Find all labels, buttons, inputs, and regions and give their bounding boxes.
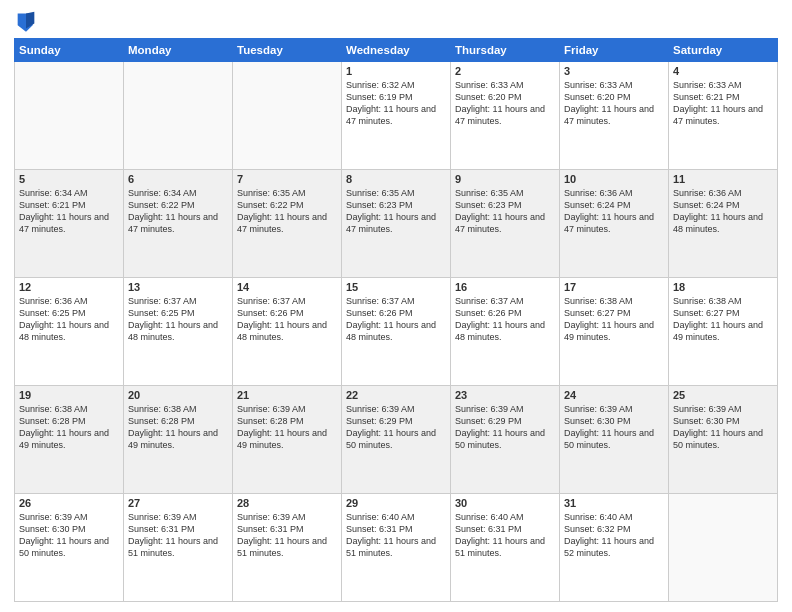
day-number: 28 — [237, 497, 337, 509]
weekday-header-row: SundayMondayTuesdayWednesdayThursdayFrid… — [15, 39, 778, 62]
day-info: Sunrise: 6:35 AMSunset: 6:23 PMDaylight:… — [346, 187, 446, 236]
calendar-cell: 26Sunrise: 6:39 AMSunset: 6:30 PMDayligh… — [15, 494, 124, 602]
day-number: 6 — [128, 173, 228, 185]
day-number: 11 — [673, 173, 773, 185]
day-number: 12 — [19, 281, 119, 293]
weekday-header-thursday: Thursday — [451, 39, 560, 62]
day-info: Sunrise: 6:33 AMSunset: 6:21 PMDaylight:… — [673, 79, 773, 128]
day-info: Sunrise: 6:36 AMSunset: 6:24 PMDaylight:… — [673, 187, 773, 236]
calendar-cell: 13Sunrise: 6:37 AMSunset: 6:25 PMDayligh… — [124, 278, 233, 386]
day-number: 13 — [128, 281, 228, 293]
day-info: Sunrise: 6:37 AMSunset: 6:26 PMDaylight:… — [455, 295, 555, 344]
day-number: 1 — [346, 65, 446, 77]
day-info: Sunrise: 6:35 AMSunset: 6:22 PMDaylight:… — [237, 187, 337, 236]
day-number: 14 — [237, 281, 337, 293]
calendar-cell: 18Sunrise: 6:38 AMSunset: 6:27 PMDayligh… — [669, 278, 778, 386]
day-info: Sunrise: 6:34 AMSunset: 6:22 PMDaylight:… — [128, 187, 228, 236]
calendar-cell: 15Sunrise: 6:37 AMSunset: 6:26 PMDayligh… — [342, 278, 451, 386]
day-info: Sunrise: 6:36 AMSunset: 6:24 PMDaylight:… — [564, 187, 664, 236]
day-info: Sunrise: 6:39 AMSunset: 6:29 PMDaylight:… — [346, 403, 446, 452]
day-number: 10 — [564, 173, 664, 185]
day-info: Sunrise: 6:40 AMSunset: 6:31 PMDaylight:… — [346, 511, 446, 560]
calendar-cell: 8Sunrise: 6:35 AMSunset: 6:23 PMDaylight… — [342, 170, 451, 278]
calendar-cell — [669, 494, 778, 602]
calendar-cell: 30Sunrise: 6:40 AMSunset: 6:31 PMDayligh… — [451, 494, 560, 602]
day-info: Sunrise: 6:37 AMSunset: 6:26 PMDaylight:… — [237, 295, 337, 344]
day-number: 20 — [128, 389, 228, 401]
logo-icon — [16, 10, 36, 32]
calendar-cell: 21Sunrise: 6:39 AMSunset: 6:28 PMDayligh… — [233, 386, 342, 494]
day-number: 2 — [455, 65, 555, 77]
week-row-4: 19Sunrise: 6:38 AMSunset: 6:28 PMDayligh… — [15, 386, 778, 494]
day-number: 18 — [673, 281, 773, 293]
day-number: 30 — [455, 497, 555, 509]
day-number: 21 — [237, 389, 337, 401]
day-number: 24 — [564, 389, 664, 401]
day-info: Sunrise: 6:40 AMSunset: 6:31 PMDaylight:… — [455, 511, 555, 560]
day-number: 25 — [673, 389, 773, 401]
weekday-header-saturday: Saturday — [669, 39, 778, 62]
calendar-cell: 17Sunrise: 6:38 AMSunset: 6:27 PMDayligh… — [560, 278, 669, 386]
day-number: 26 — [19, 497, 119, 509]
calendar-cell: 24Sunrise: 6:39 AMSunset: 6:30 PMDayligh… — [560, 386, 669, 494]
day-number: 31 — [564, 497, 664, 509]
day-number: 9 — [455, 173, 555, 185]
weekday-header-tuesday: Tuesday — [233, 39, 342, 62]
day-info: Sunrise: 6:40 AMSunset: 6:32 PMDaylight:… — [564, 511, 664, 560]
weekday-header-monday: Monday — [124, 39, 233, 62]
day-number: 15 — [346, 281, 446, 293]
calendar-cell: 22Sunrise: 6:39 AMSunset: 6:29 PMDayligh… — [342, 386, 451, 494]
calendar-cell — [15, 62, 124, 170]
day-number: 27 — [128, 497, 228, 509]
day-number: 4 — [673, 65, 773, 77]
logo — [14, 10, 38, 32]
day-number: 3 — [564, 65, 664, 77]
day-number: 22 — [346, 389, 446, 401]
day-number: 16 — [455, 281, 555, 293]
calendar-cell: 16Sunrise: 6:37 AMSunset: 6:26 PMDayligh… — [451, 278, 560, 386]
day-info: Sunrise: 6:33 AMSunset: 6:20 PMDaylight:… — [455, 79, 555, 128]
day-info: Sunrise: 6:33 AMSunset: 6:20 PMDaylight:… — [564, 79, 664, 128]
day-number: 19 — [19, 389, 119, 401]
weekday-header-friday: Friday — [560, 39, 669, 62]
day-info: Sunrise: 6:39 AMSunset: 6:28 PMDaylight:… — [237, 403, 337, 452]
day-info: Sunrise: 6:39 AMSunset: 6:30 PMDaylight:… — [19, 511, 119, 560]
day-info: Sunrise: 6:38 AMSunset: 6:28 PMDaylight:… — [19, 403, 119, 452]
calendar-table: SundayMondayTuesdayWednesdayThursdayFrid… — [14, 38, 778, 602]
calendar-cell: 9Sunrise: 6:35 AMSunset: 6:23 PMDaylight… — [451, 170, 560, 278]
page: SundayMondayTuesdayWednesdayThursdayFrid… — [0, 0, 792, 612]
calendar-cell — [124, 62, 233, 170]
calendar-cell: 12Sunrise: 6:36 AMSunset: 6:25 PMDayligh… — [15, 278, 124, 386]
calendar-cell: 3Sunrise: 6:33 AMSunset: 6:20 PMDaylight… — [560, 62, 669, 170]
day-info: Sunrise: 6:38 AMSunset: 6:27 PMDaylight:… — [564, 295, 664, 344]
day-info: Sunrise: 6:39 AMSunset: 6:31 PMDaylight:… — [237, 511, 337, 560]
day-info: Sunrise: 6:35 AMSunset: 6:23 PMDaylight:… — [455, 187, 555, 236]
calendar-cell: 25Sunrise: 6:39 AMSunset: 6:30 PMDayligh… — [669, 386, 778, 494]
calendar-cell: 10Sunrise: 6:36 AMSunset: 6:24 PMDayligh… — [560, 170, 669, 278]
calendar-cell: 4Sunrise: 6:33 AMSunset: 6:21 PMDaylight… — [669, 62, 778, 170]
calendar-cell: 14Sunrise: 6:37 AMSunset: 6:26 PMDayligh… — [233, 278, 342, 386]
day-info: Sunrise: 6:39 AMSunset: 6:30 PMDaylight:… — [673, 403, 773, 452]
header — [14, 10, 778, 32]
calendar-cell: 23Sunrise: 6:39 AMSunset: 6:29 PMDayligh… — [451, 386, 560, 494]
weekday-header-sunday: Sunday — [15, 39, 124, 62]
week-row-5: 26Sunrise: 6:39 AMSunset: 6:30 PMDayligh… — [15, 494, 778, 602]
calendar-cell: 11Sunrise: 6:36 AMSunset: 6:24 PMDayligh… — [669, 170, 778, 278]
day-number: 8 — [346, 173, 446, 185]
day-info: Sunrise: 6:39 AMSunset: 6:31 PMDaylight:… — [128, 511, 228, 560]
day-number: 23 — [455, 389, 555, 401]
week-row-1: 1Sunrise: 6:32 AMSunset: 6:19 PMDaylight… — [15, 62, 778, 170]
calendar-cell: 6Sunrise: 6:34 AMSunset: 6:22 PMDaylight… — [124, 170, 233, 278]
calendar-cell — [233, 62, 342, 170]
day-info: Sunrise: 6:37 AMSunset: 6:25 PMDaylight:… — [128, 295, 228, 344]
week-row-3: 12Sunrise: 6:36 AMSunset: 6:25 PMDayligh… — [15, 278, 778, 386]
calendar-cell: 27Sunrise: 6:39 AMSunset: 6:31 PMDayligh… — [124, 494, 233, 602]
day-info: Sunrise: 6:37 AMSunset: 6:26 PMDaylight:… — [346, 295, 446, 344]
day-number: 5 — [19, 173, 119, 185]
day-info: Sunrise: 6:39 AMSunset: 6:30 PMDaylight:… — [564, 403, 664, 452]
day-info: Sunrise: 6:38 AMSunset: 6:28 PMDaylight:… — [128, 403, 228, 452]
calendar-cell: 20Sunrise: 6:38 AMSunset: 6:28 PMDayligh… — [124, 386, 233, 494]
calendar-cell: 1Sunrise: 6:32 AMSunset: 6:19 PMDaylight… — [342, 62, 451, 170]
calendar-cell: 7Sunrise: 6:35 AMSunset: 6:22 PMDaylight… — [233, 170, 342, 278]
day-info: Sunrise: 6:39 AMSunset: 6:29 PMDaylight:… — [455, 403, 555, 452]
